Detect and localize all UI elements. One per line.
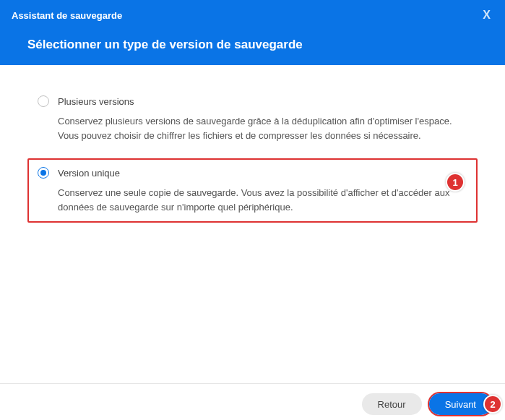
app-title: Assistant de sauvegarde (12, 10, 122, 21)
back-button[interactable]: Retour (362, 393, 422, 415)
option-single-version[interactable]: Version unique Conservez une seule copie… (27, 158, 478, 223)
option-multiple-versions[interactable]: Plusieurs versions Conservez plusieurs v… (27, 87, 478, 151)
radio-icon[interactable] (38, 167, 49, 179)
close-icon[interactable]: X (480, 9, 493, 22)
radio-icon[interactable] (38, 95, 49, 107)
content-area: Plusieurs versions Conservez plusieurs v… (0, 65, 505, 383)
radio-row: Plusieurs versions (38, 95, 467, 107)
page-title: Sélectionner un type de version de sauve… (12, 38, 493, 52)
option-label: Version unique (58, 168, 120, 179)
annotation-badge-2: 2 (483, 395, 502, 413)
option-description: Conservez une seule copie de sauvegarde.… (58, 186, 467, 214)
wizard-header: Assistant de sauvegarde X Sélectionner u… (0, 0, 505, 65)
annotation-badge-1: 1 (446, 173, 465, 192)
header-top: Assistant de sauvegarde X (12, 9, 493, 22)
next-button[interactable]: Suivant (429, 393, 492, 415)
footer-bar: Retour Suivant 2 (0, 383, 505, 420)
option-label: Plusieurs versions (58, 96, 134, 107)
radio-row: Version unique (38, 167, 467, 179)
option-description: Conservez plusieurs versions de sauvegar… (58, 114, 467, 142)
next-button-highlight: Suivant 2 (428, 392, 493, 416)
